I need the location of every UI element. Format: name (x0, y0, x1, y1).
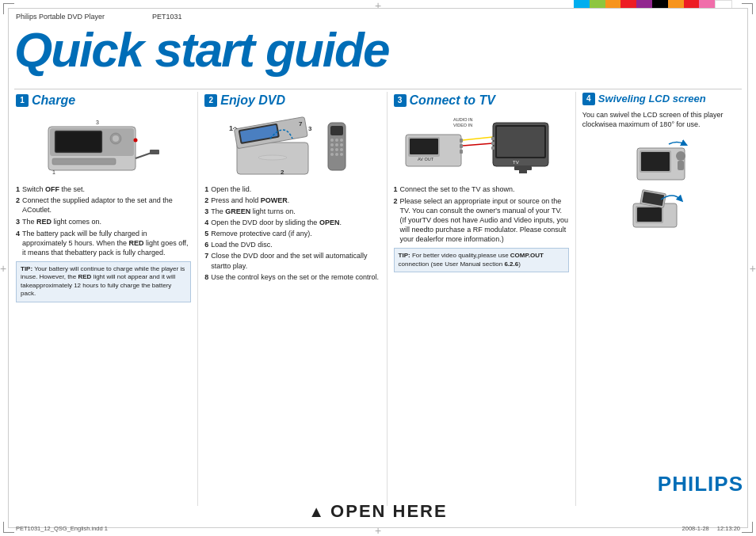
svg-text:3: 3 (96, 120, 99, 125)
svg-point-29 (335, 153, 338, 156)
svg-line-44 (463, 150, 493, 151)
enjoy-step-7: 7 Close the DVD door and the set will au… (204, 251, 380, 270)
crosshair-right: + (750, 263, 756, 274)
connect-step-1: 1 Connect the set to the TV as shown. (394, 184, 569, 194)
bottom-file-info: PET1031_12_QSG_English.indd 1 (16, 525, 108, 532)
svg-text:7: 7 (299, 120, 303, 127)
svg-rect-37 (410, 139, 438, 154)
svg-rect-9 (150, 150, 159, 154)
enjoy-step-5: 5 Remove protective card (if any). (204, 229, 380, 238)
svg-point-28 (330, 153, 334, 156)
section-3-header: 3 Connect to TV (394, 92, 569, 109)
svg-line-43 (463, 143, 493, 146)
enjoy-step-8: 8 Use the control keys on the set or the… (204, 272, 380, 282)
section-4-header: 4 Swiveling LCD screen (582, 92, 740, 106)
svg-point-22 (330, 143, 334, 146)
svg-text:3: 3 (308, 125, 312, 132)
enjoy-step-4: 4 Open the DVD door by sliding the OPEN. (204, 218, 380, 227)
svg-point-59 (676, 151, 685, 161)
open-here-text: OPEN HERE (330, 501, 448, 522)
color-bar (574, 0, 732, 9)
section-4-title: Swiveling LCD screen (598, 92, 706, 106)
connect-steps: 1 Connect the set to the TV as shown. 2 … (394, 184, 569, 245)
swivel-svg-1 (629, 136, 693, 184)
enjoy-step-6: 6 Load the DVD disc. (204, 240, 380, 249)
svg-point-24 (340, 143, 343, 146)
section-swivel: 4 Swiveling LCD screen You can swivel th… (576, 92, 743, 506)
svg-text:VIDEO IN: VIDEO IN (453, 123, 472, 127)
charge-step-1: 1 Switch OFF the set. (16, 184, 191, 194)
svg-rect-52 (491, 142, 494, 145)
section-charge: 1 Charge 1 (13, 92, 198, 506)
swivel-description: You can swivel the LCD screen of this pl… (582, 110, 740, 130)
corner-mark-tr (742, 3, 753, 14)
charge-steps: 1 Switch OFF the set. 2 Connect the supp… (16, 184, 191, 257)
bottom-time: 12:13:20 (717, 525, 740, 532)
svg-text:TV: TV (513, 160, 519, 165)
section-1-number: 1 (16, 94, 29, 107)
section-3-number: 3 (394, 94, 407, 107)
svg-point-19 (330, 139, 334, 142)
enjoy-step-1: 1 Open the lid. (204, 184, 380, 194)
crosshair-top: + (375, 0, 381, 11)
svg-point-5 (113, 135, 119, 142)
svg-point-23 (335, 143, 338, 146)
charge-step-3: 3 The RED light comes on. (16, 217, 191, 226)
enjoy-steps: 1 Open the lid. 2 Press and hold POWER. … (204, 184, 380, 282)
section-2-header: 2 Enjoy DVD (204, 92, 380, 109)
svg-text:AUDIO IN: AUDIO IN (453, 117, 472, 122)
enjoy-svg: 1 3 2 (213, 115, 372, 178)
svg-line-42 (463, 137, 493, 140)
svg-point-26 (335, 148, 338, 151)
brand-name: Philips Portable DVD Player (16, 13, 105, 21)
charge-svg: 1 3 (32, 115, 175, 178)
svg-rect-39 (460, 144, 463, 148)
svg-rect-18 (330, 126, 343, 135)
main-title: Quick start guide (14, 25, 388, 74)
content-area: 1 Charge 1 (13, 92, 743, 506)
svg-text:1: 1 (229, 124, 233, 132)
svg-rect-38 (460, 139, 463, 143)
charge-tip: TIP: Your battery will continue to charg… (16, 261, 191, 302)
svg-point-27 (340, 148, 343, 151)
section-4-number: 4 (582, 93, 595, 105)
model-number: PET1031 (152, 13, 182, 21)
svg-rect-53 (491, 146, 494, 150)
svg-point-34 (258, 155, 287, 160)
connect-device-illustration: AV OUT TV AUDIO IN VIDE (394, 113, 569, 181)
charge-device-illustration: 1 3 (16, 113, 191, 181)
svg-rect-48 (514, 166, 532, 170)
svg-rect-3 (56, 132, 101, 151)
section-1-title: Charge (32, 92, 75, 109)
svg-point-30 (340, 153, 343, 156)
svg-rect-40 (460, 150, 463, 154)
svg-line-8 (136, 153, 151, 158)
open-here-arrow: ▲ (308, 503, 324, 521)
enjoy-device-illustration: 1 3 2 (204, 113, 380, 181)
crosshair-left: + (0, 263, 6, 274)
svg-text:1: 1 (52, 169, 55, 175)
svg-rect-6 (52, 158, 116, 165)
enjoy-step-2: 2 Press and hold POWER. (204, 196, 380, 205)
section-1-header: 1 Charge (16, 92, 191, 109)
charge-step-2: 2 Connect the supplied adaptor to the se… (16, 196, 191, 215)
svg-rect-58 (641, 152, 670, 171)
svg-rect-51 (491, 137, 494, 140)
corner-mark-tl (3, 3, 14, 14)
section-3-title: Connect to TV (410, 92, 495, 109)
connect-step-2: 2 Please select an appropriate input or … (394, 196, 569, 245)
charge-step-4: 4 The battery pack will be fully charged… (16, 229, 191, 257)
svg-text:2: 2 (281, 169, 284, 176)
svg-rect-60 (678, 161, 684, 170)
bottom-date: 2008-1-28 (682, 525, 709, 532)
header: Philips Portable DVD Player PET1031 (16, 13, 740, 21)
svg-rect-49 (519, 170, 527, 173)
svg-point-7 (133, 139, 137, 143)
enjoy-step-3: 3 The GREEN light turns on. (204, 207, 380, 216)
section-enjoy-dvd: 2 Enjoy DVD 1 (198, 92, 387, 506)
connect-tip: TIP: For better video quality,please use… (394, 248, 569, 272)
philips-logo: PHILIPS (658, 470, 743, 498)
bottom-bar: PET1031_12_QSG_English.indd 1 2008-1-28 … (0, 520, 756, 536)
section-2-number: 2 (204, 94, 217, 107)
svg-rect-63 (637, 207, 662, 222)
